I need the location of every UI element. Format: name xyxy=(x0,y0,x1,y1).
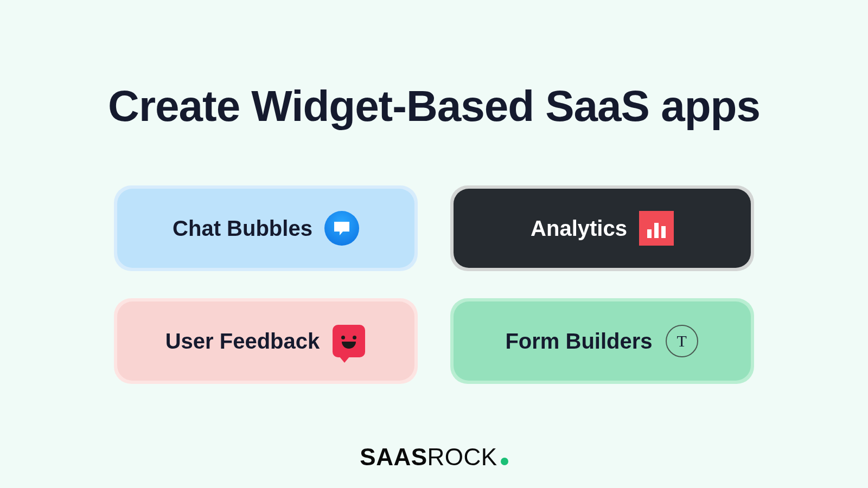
card-user-feedback[interactable]: User Feedback xyxy=(114,298,418,384)
card-label: Analytics xyxy=(531,216,627,241)
bar-chart-icon xyxy=(639,211,674,246)
brand-part-2: ROCK xyxy=(427,444,497,470)
card-grid: Chat Bubbles Analytics xyxy=(114,185,754,384)
card-chat-bubbles[interactable]: Chat Bubbles xyxy=(114,185,418,271)
card-analytics[interactable]: Analytics xyxy=(450,185,754,271)
card-form-builders[interactable]: Form Builders T xyxy=(450,298,754,384)
smiley-feedback-icon xyxy=(331,324,366,358)
brand-logo: SAASROCK xyxy=(360,444,508,471)
card-label: Form Builders xyxy=(505,329,652,354)
card-label: Chat Bubbles xyxy=(173,216,312,241)
text-form-icon: T xyxy=(665,324,699,358)
brand-dot-icon xyxy=(501,458,508,465)
brand-part-1: SAAS xyxy=(360,444,427,470)
page-title: Create Widget-Based SaaS apps xyxy=(108,81,760,131)
card-label: User Feedback xyxy=(165,329,320,354)
brand-footer: SAASROCK xyxy=(360,444,508,471)
chat-bubble-icon xyxy=(324,211,359,246)
